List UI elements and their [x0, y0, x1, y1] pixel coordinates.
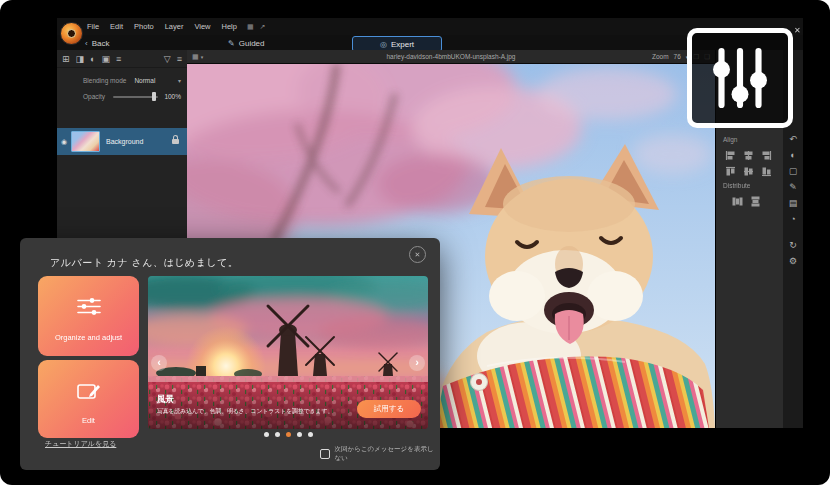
layer-list-icon[interactable]: ≡: [116, 54, 121, 64]
back-label: Back: [92, 39, 110, 48]
edit-label: Edit: [38, 416, 139, 425]
screen: File Edit Photo Layer View Help ▦ ↗ ‹ Ba…: [0, 0, 830, 485]
layer-mask-icon[interactable]: ▣: [102, 54, 111, 64]
slide-caption: 写真を読み込んで、色調、明るさ、コントラストを調整できます。: [157, 407, 347, 416]
dont-show-label: 次回からこのメッセージを表示しない: [335, 445, 440, 463]
carousel-dot[interactable]: [275, 432, 280, 437]
back-button[interactable]: ‹ Back: [85, 39, 109, 48]
blending-mode-label: Blending mode: [83, 77, 126, 84]
align-right-icon[interactable]: [761, 147, 772, 158]
feature-carousel: ‹ › 風景 写真を読み込んで、色調、明るさ、コントラストを調整できます。 試用…: [148, 276, 428, 429]
adjustment-layer-icon[interactable]: ◐: [90, 54, 95, 64]
adjustments-highlight-callout: [687, 28, 793, 128]
carousel-dot-active[interactable]: [286, 432, 291, 437]
pin-icon: ◎: [380, 40, 387, 49]
edit-card[interactable]: Edit: [38, 360, 139, 438]
lock-icon[interactable]: [172, 139, 179, 144]
menu-view[interactable]: View: [194, 22, 210, 31]
chevron-down-icon[interactable]: ▾: [201, 54, 204, 60]
adjust-icon[interactable]: ◐: [790, 150, 795, 160]
align-middle-icon[interactable]: [743, 163, 754, 174]
share-icon[interactable]: ↗: [260, 23, 266, 31]
opacity-value: 100%: [164, 93, 181, 100]
expert-label: Expert: [391, 40, 414, 49]
panel-close-icon[interactable]: ✕: [794, 26, 801, 35]
try-button[interactable]: 試用する: [357, 400, 421, 418]
organizer-icon[interactable]: ▦: [247, 23, 254, 31]
layers-icon[interactable]: ▤: [789, 198, 798, 208]
organize-adjust-label: Organize and adjust: [38, 333, 139, 342]
carousel-prev-button[interactable]: ‹: [151, 355, 167, 371]
menu-items: File Edit Photo Layer View Help: [87, 22, 237, 31]
layout-grid-icon[interactable]: ▦: [192, 53, 199, 61]
sliders-icon: [703, 42, 777, 114]
carousel-dot[interactable]: [264, 432, 269, 437]
panel-menu-icon[interactable]: ≡: [177, 54, 182, 64]
pen-icon: ✎: [228, 39, 235, 48]
align-label: Align: [723, 136, 783, 143]
carousel-dot[interactable]: [297, 432, 302, 437]
horizontal-sliders-icon: [38, 298, 139, 319]
align-left-icon[interactable]: [725, 147, 736, 158]
distribute-label: Distribute: [723, 182, 783, 189]
carousel-next-button[interactable]: ›: [409, 355, 425, 371]
menu-photo[interactable]: Photo: [134, 22, 154, 31]
draw-icon[interactable]: ✎: [789, 182, 797, 192]
tutorial-link[interactable]: チュートリアルを見る: [45, 439, 116, 449]
menu-edit[interactable]: Edit: [110, 22, 123, 31]
menu-file[interactable]: File: [87, 22, 99, 31]
tab-guided[interactable]: ✎ Guided: [228, 39, 265, 48]
dont-show-row: 次回からこのメッセージを表示しない: [320, 445, 440, 463]
layer-thumbnail[interactable]: [71, 131, 100, 152]
chevron-left-icon: ‹: [85, 39, 88, 48]
document-bar: ▦ ▾ harley-davidson-4bmbUKOM-unsplash-A.…: [187, 50, 715, 64]
dialog-title: アルバート カナ さん、はじめまして。: [50, 256, 238, 270]
rotate-icon[interactable]: ↻: [789, 240, 797, 250]
zoom-value[interactable]: 76: [674, 53, 681, 60]
opacity-label: Opacity: [83, 93, 105, 100]
align-top-icon[interactable]: [725, 163, 736, 174]
chevron-down-icon[interactable]: ▾: [178, 77, 181, 84]
slide-title: 風景: [157, 394, 174, 406]
history-icon[interactable]: ◔: [790, 214, 795, 224]
visibility-eye-icon[interactable]: ◉: [57, 138, 71, 146]
carousel-dot[interactable]: [308, 432, 313, 437]
align-center-icon[interactable]: [743, 147, 754, 158]
edit-photo-icon: [38, 382, 139, 406]
distribute-vertical-icon[interactable]: [750, 193, 761, 204]
menu-layer[interactable]: Layer: [165, 22, 184, 31]
document-filename: harley-davidson-4bmbUKOM-unsplash-A.jpg: [187, 53, 715, 60]
undo-icon[interactable]: ↶: [789, 134, 797, 144]
layer-row-background[interactable]: ◉ Background: [57, 128, 187, 155]
layer-name: Background: [106, 138, 143, 145]
distribute-horizontal-icon[interactable]: [732, 193, 743, 204]
blending-mode-value[interactable]: Normal: [134, 77, 155, 84]
guided-label: Guided: [239, 39, 265, 48]
carousel-dots: [148, 432, 428, 437]
align-bottom-icon[interactable]: [761, 163, 772, 174]
new-layer-icon[interactable]: ⊞: [62, 54, 70, 64]
zoom-label: Zoom: [652, 53, 669, 60]
opacity-slider-knob[interactable]: [152, 92, 156, 101]
filter-icon[interactable]: ▽: [164, 54, 171, 64]
dont-show-checkbox[interactable]: [320, 449, 330, 459]
organize-adjust-card[interactable]: Organize and adjust: [38, 276, 139, 356]
welcome-dialog: アルバート カナ さん、はじめまして。 ✕ Organize and adjus…: [20, 238, 440, 470]
crop-icon[interactable]: ▢: [789, 166, 798, 176]
new-group-icon[interactable]: ◨: [76, 54, 85, 64]
app-logo-icon: [60, 22, 83, 45]
menu-help[interactable]: Help: [222, 22, 237, 31]
gear-icon[interactable]: ⚙: [789, 256, 797, 266]
opacity-slider[interactable]: [113, 96, 158, 98]
dialog-close-button[interactable]: ✕: [409, 246, 426, 263]
